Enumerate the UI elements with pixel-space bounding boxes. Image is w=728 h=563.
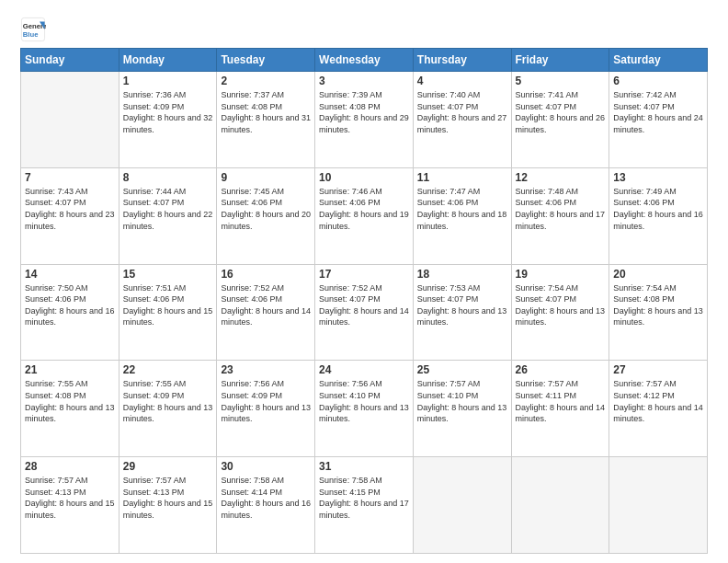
day-cell-1	[21, 72, 119, 168]
day-cell-13: 12Sunrise: 7:48 AMSunset: 4:06 PMDayligh…	[511, 167, 609, 264]
day-number: 18	[417, 268, 507, 281]
day-number: 2	[221, 75, 311, 87]
day-info: Sunrise: 7:58 AMSunset: 4:15 PMDaylight:…	[319, 475, 409, 521]
day-number: 17	[319, 268, 409, 281]
day-number: 21	[25, 363, 115, 376]
day-number: 24	[319, 363, 409, 376]
day-info: Sunrise: 7:36 AMSunset: 4:09 PMDaylight:…	[123, 89, 213, 135]
logo: General Blue	[20, 17, 50, 42]
day-info: Sunrise: 7:37 AMSunset: 4:08 PMDaylight:…	[221, 89, 311, 135]
day-cell-34	[511, 457, 609, 554]
page: General Blue SundayMondayTuesdayWednesda…	[0, 0, 728, 563]
day-info: Sunrise: 7:49 AMSunset: 4:06 PMDaylight:…	[613, 186, 703, 232]
day-info: Sunrise: 7:55 AMSunset: 4:09 PMDaylight:…	[123, 378, 213, 424]
svg-text:Blue: Blue	[23, 30, 39, 39]
day-cell-15: 14Sunrise: 7:50 AMSunset: 4:06 PMDayligh…	[21, 264, 119, 361]
weekday-header-monday: Monday	[119, 49, 217, 72]
day-number: 14	[25, 268, 115, 281]
day-cell-16: 15Sunrise: 7:51 AMSunset: 4:06 PMDayligh…	[119, 264, 217, 361]
day-number: 29	[123, 460, 213, 473]
day-cell-28: 27Sunrise: 7:57 AMSunset: 4:12 PMDayligh…	[609, 361, 708, 457]
day-cell-11: 10Sunrise: 7:46 AMSunset: 4:06 PMDayligh…	[315, 167, 414, 264]
week-row-5: 28Sunrise: 7:57 AMSunset: 4:13 PMDayligh…	[21, 457, 708, 554]
day-info: Sunrise: 7:52 AMSunset: 4:07 PMDaylight:…	[319, 282, 409, 328]
day-number: 25	[417, 363, 507, 376]
weekday-header-thursday: Thursday	[413, 49, 511, 72]
day-number: 6	[613, 75, 703, 87]
header: General Blue	[20, 17, 708, 42]
week-row-4: 21Sunrise: 7:55 AMSunset: 4:08 PMDayligh…	[21, 361, 708, 457]
day-cell-27: 26Sunrise: 7:57 AMSunset: 4:11 PMDayligh…	[511, 361, 609, 457]
day-info: Sunrise: 7:42 AMSunset: 4:07 PMDaylight:…	[613, 89, 703, 135]
day-number: 20	[613, 268, 703, 281]
day-info: Sunrise: 7:39 AMSunset: 4:08 PMDaylight:…	[319, 89, 409, 135]
day-cell-26: 25Sunrise: 7:57 AMSunset: 4:10 PMDayligh…	[413, 361, 511, 457]
day-number: 22	[123, 363, 213, 376]
day-number: 23	[221, 363, 311, 376]
day-info: Sunrise: 7:44 AMSunset: 4:07 PMDaylight:…	[123, 186, 213, 232]
day-cell-12: 11Sunrise: 7:47 AMSunset: 4:06 PMDayligh…	[413, 167, 511, 264]
weekday-header-row: SundayMondayTuesdayWednesdayThursdayFrid…	[21, 49, 708, 72]
day-cell-20: 19Sunrise: 7:54 AMSunset: 4:07 PMDayligh…	[511, 264, 609, 361]
day-cell-19: 18Sunrise: 7:53 AMSunset: 4:07 PMDayligh…	[413, 264, 511, 361]
day-info: Sunrise: 7:47 AMSunset: 4:06 PMDaylight:…	[417, 186, 507, 232]
day-number: 10	[319, 171, 409, 184]
weekday-header-wednesday: Wednesday	[315, 49, 414, 72]
day-info: Sunrise: 7:54 AMSunset: 4:07 PMDaylight:…	[516, 282, 606, 328]
day-cell-7: 6Sunrise: 7:42 AMSunset: 4:07 PMDaylight…	[609, 72, 708, 168]
week-row-1: 1Sunrise: 7:36 AMSunset: 4:09 PMDaylight…	[21, 72, 708, 168]
day-cell-10: 9Sunrise: 7:45 AMSunset: 4:06 PMDaylight…	[217, 167, 315, 264]
weekday-header-friday: Friday	[511, 49, 609, 72]
day-info: Sunrise: 7:45 AMSunset: 4:06 PMDaylight:…	[221, 186, 311, 232]
day-number: 7	[25, 171, 115, 184]
day-cell-23: 22Sunrise: 7:55 AMSunset: 4:09 PMDayligh…	[119, 361, 217, 457]
day-info: Sunrise: 7:50 AMSunset: 4:06 PMDaylight:…	[25, 282, 115, 328]
day-number: 31	[319, 460, 409, 473]
day-cell-21: 20Sunrise: 7:54 AMSunset: 4:08 PMDayligh…	[609, 264, 708, 361]
weekday-header-tuesday: Tuesday	[217, 49, 315, 72]
logo-icon: General Blue	[20, 17, 46, 42]
calendar-table: SundayMondayTuesdayWednesdayThursdayFrid…	[20, 48, 708, 554]
day-number: 3	[319, 75, 409, 87]
day-number: 27	[613, 363, 703, 376]
day-number: 19	[516, 268, 606, 281]
day-info: Sunrise: 7:56 AMSunset: 4:09 PMDaylight:…	[221, 378, 311, 424]
day-cell-6: 5Sunrise: 7:41 AMSunset: 4:07 PMDaylight…	[511, 72, 609, 168]
day-cell-24: 23Sunrise: 7:56 AMSunset: 4:09 PMDayligh…	[217, 361, 315, 457]
day-number: 15	[123, 268, 213, 281]
day-info: Sunrise: 7:48 AMSunset: 4:06 PMDaylight:…	[516, 186, 606, 232]
day-info: Sunrise: 7:57 AMSunset: 4:12 PMDaylight:…	[613, 378, 703, 424]
day-cell-22: 21Sunrise: 7:55 AMSunset: 4:08 PMDayligh…	[21, 361, 119, 457]
day-info: Sunrise: 7:58 AMSunset: 4:14 PMDaylight:…	[221, 475, 311, 521]
day-cell-35	[609, 457, 708, 554]
day-cell-14: 13Sunrise: 7:49 AMSunset: 4:06 PMDayligh…	[609, 167, 708, 264]
day-cell-9: 8Sunrise: 7:44 AMSunset: 4:07 PMDaylight…	[119, 167, 217, 264]
day-number: 26	[516, 363, 606, 376]
day-number: 9	[221, 171, 311, 184]
day-number: 4	[417, 75, 507, 87]
day-cell-5: 4Sunrise: 7:40 AMSunset: 4:07 PMDaylight…	[413, 72, 511, 168]
day-cell-33	[413, 457, 511, 554]
day-info: Sunrise: 7:43 AMSunset: 4:07 PMDaylight:…	[25, 186, 115, 232]
day-info: Sunrise: 7:40 AMSunset: 4:07 PMDaylight:…	[417, 89, 507, 135]
day-number: 16	[221, 268, 311, 281]
day-cell-18: 17Sunrise: 7:52 AMSunset: 4:07 PMDayligh…	[315, 264, 414, 361]
day-info: Sunrise: 7:57 AMSunset: 4:13 PMDaylight:…	[25, 475, 115, 521]
day-number: 1	[123, 75, 213, 87]
weekday-header-saturday: Saturday	[609, 49, 708, 72]
day-number: 11	[417, 171, 507, 184]
day-cell-4: 3Sunrise: 7:39 AMSunset: 4:08 PMDaylight…	[315, 72, 414, 168]
day-info: Sunrise: 7:55 AMSunset: 4:08 PMDaylight:…	[25, 378, 115, 424]
week-row-3: 14Sunrise: 7:50 AMSunset: 4:06 PMDayligh…	[21, 264, 708, 361]
day-cell-32: 31Sunrise: 7:58 AMSunset: 4:15 PMDayligh…	[315, 457, 414, 554]
day-number: 8	[123, 171, 213, 184]
day-info: Sunrise: 7:57 AMSunset: 4:11 PMDaylight:…	[516, 378, 606, 424]
day-cell-8: 7Sunrise: 7:43 AMSunset: 4:07 PMDaylight…	[21, 167, 119, 264]
day-number: 12	[516, 171, 606, 184]
day-info: Sunrise: 7:51 AMSunset: 4:06 PMDaylight:…	[123, 282, 213, 328]
week-row-2: 7Sunrise: 7:43 AMSunset: 4:07 PMDaylight…	[21, 167, 708, 264]
day-cell-29: 28Sunrise: 7:57 AMSunset: 4:13 PMDayligh…	[21, 457, 119, 554]
weekday-header-sunday: Sunday	[21, 49, 119, 72]
day-info: Sunrise: 7:57 AMSunset: 4:13 PMDaylight:…	[123, 475, 213, 521]
day-info: Sunrise: 7:41 AMSunset: 4:07 PMDaylight:…	[516, 89, 606, 135]
